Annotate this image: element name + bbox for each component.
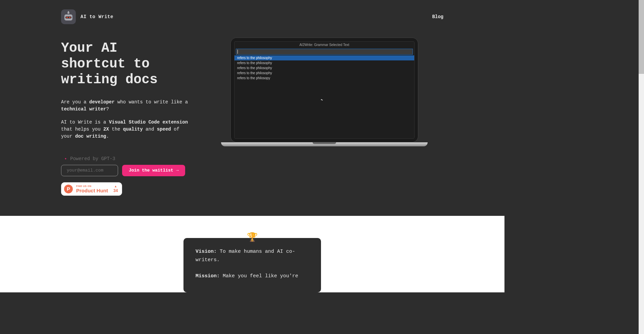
mission-text: Mission: Make you feel like you're — [196, 272, 309, 281]
list-item: refers to the philosopy — [234, 76, 414, 81]
laptop-mockup: AI2Write: Grammar Selected Text refers t… — [230, 38, 418, 146]
app-titlebar: AI2Write: Grammar Selected Text — [234, 42, 414, 48]
trophy-icon: 🏆 — [247, 232, 258, 243]
nav-blog[interactable]: Blog — [432, 14, 443, 19]
email-input[interactable] — [61, 165, 118, 176]
cursor-icon: ⬉ — [320, 97, 324, 102]
ph-count: 34 — [113, 189, 118, 193]
product-hunt-badge[interactable]: P FIND US ON Product Hunt ▲ 34 — [61, 182, 122, 196]
powered-by-text: Powered by GPT-3 — [70, 156, 115, 161]
powered-by: ✦ Powered by GPT-3 — [61, 156, 189, 161]
ph-findus-label: FIND US ON — [76, 185, 108, 187]
hero-paragraph-1: Are you a developer who wants to write l… — [61, 99, 189, 113]
logo-text: AI to Write — [80, 14, 113, 19]
arrow-right-icon: → — [176, 168, 179, 173]
hero-title: Your AI shortcut to writing docs — [61, 40, 189, 88]
command-input — [236, 49, 413, 55]
ph-name-label: Product Hunt — [76, 188, 108, 193]
vision-text: Vision: To make humans and AI co-writers… — [196, 247, 309, 265]
list-item: refers to the philosophy — [234, 55, 414, 60]
sparkle-icon: ✦ — [64, 156, 67, 161]
robot-icon — [61, 9, 76, 24]
suggestions-list: refers to the philosophy refers to the p… — [234, 55, 414, 81]
waitlist-button[interactable]: Join the waitlist → — [122, 165, 185, 176]
upvote-icon: ▲ — [114, 185, 117, 188]
list-item: refers to the philosophy — [234, 70, 414, 76]
header: AI to Write Blog — [61, 9, 443, 24]
vision-card: 🏆 Vision: To make humans and AI co-write… — [183, 238, 321, 293]
svg-rect-2 — [66, 17, 68, 18]
product-hunt-icon: P — [64, 185, 73, 193]
laptop-base — [221, 142, 428, 146]
scrollbar-thumb[interactable] — [639, 0, 644, 74]
waitlist-form: Join the waitlist → — [61, 165, 189, 176]
hero-paragraph-2: AI to Write is a Visual Studio Code exte… — [61, 119, 189, 140]
svg-point-5 — [68, 11, 69, 12]
svg-rect-3 — [69, 17, 71, 18]
list-item: refers to the philosophy — [234, 65, 414, 70]
vision-section: 🏆 Vision: To make humans and AI co-write… — [0, 216, 504, 293]
list-item: refers to the philosophy — [234, 60, 414, 65]
scrollbar[interactable] — [639, 0, 644, 292]
logo[interactable]: AI to Write — [61, 9, 113, 24]
